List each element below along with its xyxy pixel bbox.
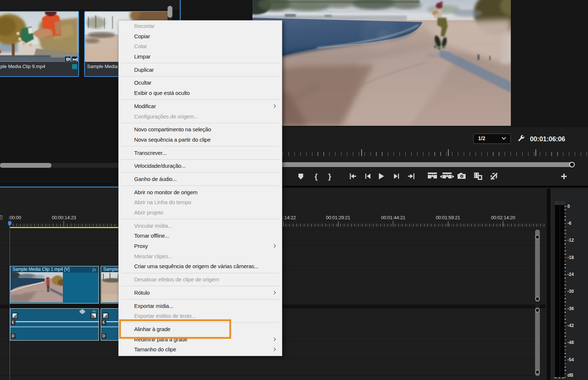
svg-text:{: { [315,172,318,181]
svg-text:}: } [328,172,331,181]
